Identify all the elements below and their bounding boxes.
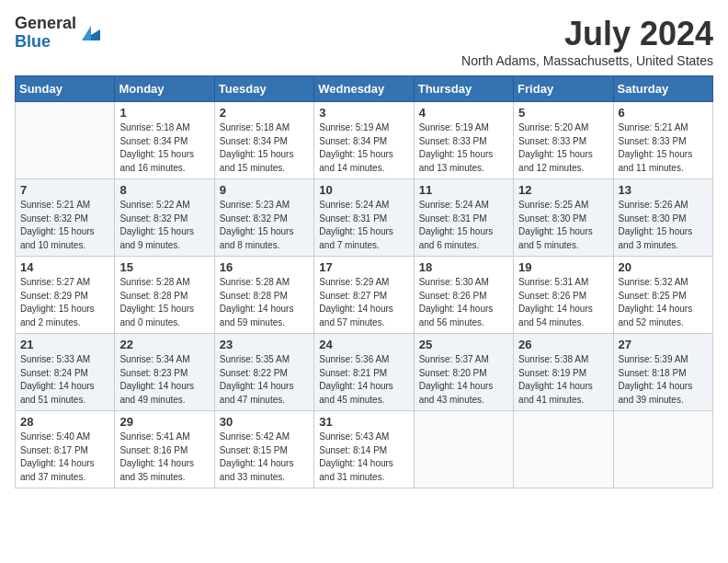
calendar-day-cell: 13Sunrise: 5:26 AMSunset: 8:30 PMDayligh… (613, 179, 712, 257)
day-number: 16 (220, 260, 309, 274)
calendar-day-cell: 15Sunrise: 5:28 AMSunset: 8:28 PMDayligh… (115, 257, 214, 334)
day-number: 30 (220, 415, 309, 429)
day-number: 14 (20, 260, 109, 274)
calendar-day-cell: 24Sunrise: 5:36 AMSunset: 8:21 PMDayligh… (314, 334, 414, 411)
day-number: 26 (518, 338, 608, 351)
day-info: Sunrise: 5:40 AMSunset: 8:17 PMDaylight:… (20, 431, 109, 484)
day-number: 11 (419, 183, 508, 197)
calendar-day-cell: 8Sunrise: 5:22 AMSunset: 8:32 PMDaylight… (115, 179, 214, 257)
calendar-week-row: 28Sunrise: 5:40 AMSunset: 8:17 PMDayligh… (16, 411, 713, 488)
day-number: 5 (518, 106, 608, 120)
day-number: 23 (220, 338, 309, 351)
calendar-day-cell: 6Sunrise: 5:21 AMSunset: 8:33 PMDaylight… (613, 102, 712, 179)
weekday-header: Saturday (613, 76, 712, 102)
day-info: Sunrise: 5:43 AMSunset: 8:14 PMDaylight:… (319, 431, 408, 484)
day-info: Sunrise: 5:25 AMSunset: 8:30 PMDaylight:… (518, 199, 608, 252)
calendar-day-cell: 9Sunrise: 5:23 AMSunset: 8:32 PMDaylight… (214, 179, 313, 257)
day-number: 29 (119, 415, 209, 429)
day-info: Sunrise: 5:21 AMSunset: 8:33 PMDaylight:… (619, 121, 708, 175)
logo-icon (78, 22, 100, 44)
weekday-header: Thursday (414, 76, 513, 102)
calendar: SundayMondayTuesdayWednesdayThursdayFrid… (15, 75, 713, 488)
day-number: 21 (20, 338, 109, 351)
month-title: July 2024 (461, 15, 713, 53)
weekday-header: Wednesday (314, 76, 414, 102)
day-info: Sunrise: 5:36 AMSunset: 8:21 PMDaylight:… (319, 353, 408, 407)
day-info: Sunrise: 5:19 AMSunset: 8:33 PMDaylight:… (419, 121, 508, 175)
calendar-day-cell: 3Sunrise: 5:19 AMSunset: 8:34 PMDaylight… (314, 102, 414, 179)
calendar-day-cell: 18Sunrise: 5:30 AMSunset: 8:26 PMDayligh… (414, 257, 513, 334)
calendar-day-cell: 5Sunrise: 5:20 AMSunset: 8:33 PMDaylight… (514, 102, 613, 179)
day-number: 4 (419, 106, 508, 120)
calendar-day-cell: 14Sunrise: 5:27 AMSunset: 8:29 PMDayligh… (16, 257, 115, 334)
svg-marker-1 (82, 26, 91, 40)
day-number: 18 (419, 260, 508, 274)
day-info: Sunrise: 5:28 AMSunset: 8:28 PMDaylight:… (220, 276, 309, 329)
day-number: 27 (619, 338, 708, 351)
calendar-day-cell: 4Sunrise: 5:19 AMSunset: 8:33 PMDaylight… (414, 102, 513, 179)
day-info: Sunrise: 5:32 AMSunset: 8:25 PMDaylight:… (619, 276, 708, 329)
day-info: Sunrise: 5:33 AMSunset: 8:24 PMDaylight:… (20, 353, 109, 407)
day-info: Sunrise: 5:30 AMSunset: 8:26 PMDaylight:… (419, 276, 508, 329)
day-info: Sunrise: 5:31 AMSunset: 8:26 PMDaylight:… (518, 276, 608, 329)
day-number: 2 (220, 106, 309, 120)
day-info: Sunrise: 5:21 AMSunset: 8:32 PMDaylight:… (20, 199, 109, 252)
day-info: Sunrise: 5:42 AMSunset: 8:15 PMDaylight:… (220, 431, 309, 484)
calendar-day-cell (16, 102, 115, 179)
day-info: Sunrise: 5:34 AMSunset: 8:23 PMDaylight:… (119, 353, 209, 407)
logo: General Blue (15, 15, 100, 52)
day-info: Sunrise: 5:19 AMSunset: 8:34 PMDaylight:… (319, 121, 408, 175)
day-info: Sunrise: 5:23 AMSunset: 8:32 PMDaylight:… (220, 199, 309, 252)
weekday-header: Monday (115, 76, 214, 102)
day-info: Sunrise: 5:27 AMSunset: 8:29 PMDaylight:… (20, 276, 109, 329)
day-info: Sunrise: 5:26 AMSunset: 8:30 PMDaylight:… (619, 199, 708, 252)
calendar-day-cell: 16Sunrise: 5:28 AMSunset: 8:28 PMDayligh… (214, 257, 313, 334)
calendar-day-cell: 27Sunrise: 5:39 AMSunset: 8:18 PMDayligh… (613, 334, 712, 411)
weekday-header: Sunday (16, 76, 115, 102)
day-info: Sunrise: 5:20 AMSunset: 8:33 PMDaylight:… (518, 121, 608, 175)
calendar-week-row: 7Sunrise: 5:21 AMSunset: 8:32 PMDaylight… (16, 179, 713, 257)
calendar-day-cell: 11Sunrise: 5:24 AMSunset: 8:31 PMDayligh… (414, 179, 513, 257)
calendar-day-cell: 22Sunrise: 5:34 AMSunset: 8:23 PMDayligh… (115, 334, 214, 411)
day-number: 3 (319, 106, 408, 120)
day-number: 28 (20, 415, 109, 429)
day-info: Sunrise: 5:18 AMSunset: 8:34 PMDaylight:… (220, 121, 309, 175)
day-number: 6 (619, 106, 708, 120)
day-info: Sunrise: 5:38 AMSunset: 8:19 PMDaylight:… (518, 353, 608, 407)
calendar-week-row: 1Sunrise: 5:18 AMSunset: 8:34 PMDaylight… (16, 102, 713, 179)
day-info: Sunrise: 5:41 AMSunset: 8:16 PMDaylight:… (119, 431, 209, 484)
calendar-day-cell: 2Sunrise: 5:18 AMSunset: 8:34 PMDaylight… (214, 102, 313, 179)
calendar-day-cell: 1Sunrise: 5:18 AMSunset: 8:34 PMDaylight… (115, 102, 214, 179)
calendar-week-row: 21Sunrise: 5:33 AMSunset: 8:24 PMDayligh… (16, 334, 713, 411)
calendar-day-cell: 19Sunrise: 5:31 AMSunset: 8:26 PMDayligh… (514, 257, 613, 334)
logo-text: General Blue (15, 15, 76, 52)
calendar-day-cell: 29Sunrise: 5:41 AMSunset: 8:16 PMDayligh… (115, 411, 214, 488)
day-number: 31 (319, 415, 408, 429)
day-number: 20 (619, 260, 708, 274)
day-number: 22 (119, 338, 209, 351)
day-number: 12 (518, 183, 608, 197)
day-number: 15 (119, 260, 209, 274)
calendar-day-cell (514, 411, 613, 488)
calendar-week-row: 14Sunrise: 5:27 AMSunset: 8:29 PMDayligh… (16, 257, 713, 334)
day-info: Sunrise: 5:22 AMSunset: 8:32 PMDaylight:… (119, 199, 209, 252)
calendar-day-cell: 7Sunrise: 5:21 AMSunset: 8:32 PMDaylight… (16, 179, 115, 257)
calendar-day-cell: 31Sunrise: 5:43 AMSunset: 8:14 PMDayligh… (314, 411, 414, 488)
calendar-day-cell: 21Sunrise: 5:33 AMSunset: 8:24 PMDayligh… (16, 334, 115, 411)
weekday-header-row: SundayMondayTuesdayWednesdayThursdayFrid… (16, 76, 713, 102)
day-info: Sunrise: 5:37 AMSunset: 8:20 PMDaylight:… (419, 353, 508, 407)
calendar-day-cell: 30Sunrise: 5:42 AMSunset: 8:15 PMDayligh… (214, 411, 313, 488)
day-number: 24 (319, 338, 408, 351)
calendar-day-cell: 12Sunrise: 5:25 AMSunset: 8:30 PMDayligh… (514, 179, 613, 257)
day-number: 25 (419, 338, 508, 351)
day-number: 19 (518, 260, 608, 274)
day-info: Sunrise: 5:28 AMSunset: 8:28 PMDaylight:… (119, 276, 209, 329)
location: North Adams, Massachusetts, United State… (461, 53, 713, 68)
day-info: Sunrise: 5:39 AMSunset: 8:18 PMDaylight:… (619, 353, 708, 407)
day-number: 7 (20, 183, 109, 197)
day-number: 1 (119, 106, 209, 120)
weekday-header: Friday (514, 76, 613, 102)
day-info: Sunrise: 5:29 AMSunset: 8:27 PMDaylight:… (319, 276, 408, 329)
calendar-day-cell: 25Sunrise: 5:37 AMSunset: 8:20 PMDayligh… (414, 334, 513, 411)
day-info: Sunrise: 5:18 AMSunset: 8:34 PMDaylight:… (119, 121, 209, 175)
